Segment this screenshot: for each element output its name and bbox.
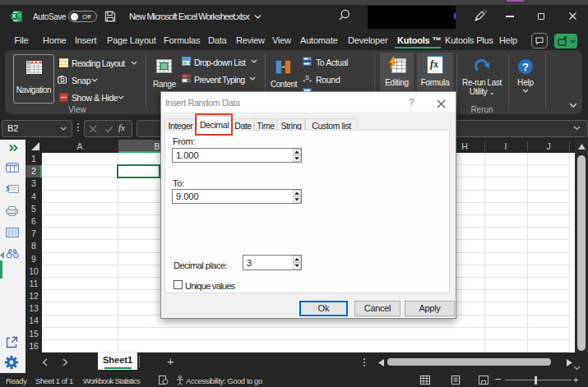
svg-text:X: X bbox=[12, 13, 16, 19]
svg-text:?: ? bbox=[522, 61, 529, 73]
svg-text:S: S bbox=[305, 74, 310, 81]
